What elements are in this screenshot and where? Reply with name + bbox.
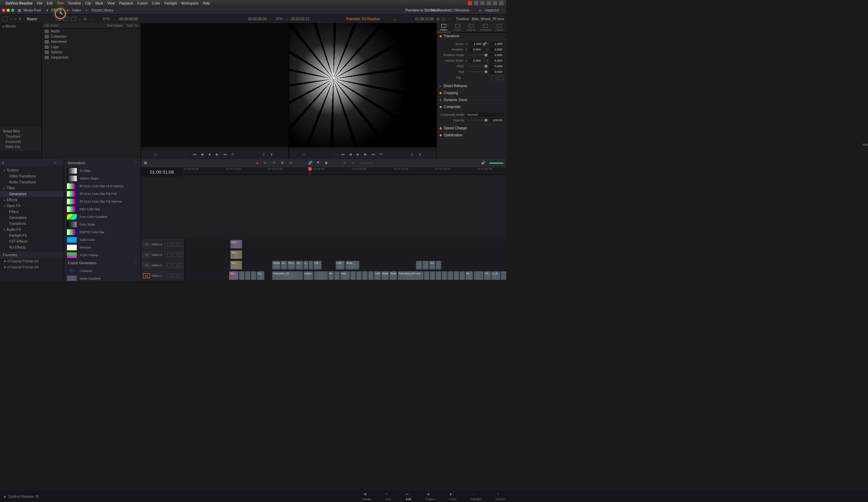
source-viewer-image[interactable] [141, 23, 289, 147]
generator-item[interactable]: BT.2111 Color Bar HLG Narrow [64, 182, 141, 190]
timeline-clip[interactable]: Soli... [230, 240, 242, 249]
timeline-clip[interactable] [436, 271, 441, 280]
track-content[interactable]: Soli... [185, 239, 506, 249]
generator-item[interactable]: Grey Scale [64, 221, 141, 228]
inspector-tab-audio[interactable]: Audio [451, 23, 465, 32]
timeline-clip[interactable] [442, 271, 447, 280]
smart-bin-item[interactable]: Keywords [1, 139, 40, 144]
menu-color[interactable]: Color [152, 1, 160, 5]
timeline-selector[interactable]: Premiere TO Resolve [346, 17, 380, 21]
timeline-clip[interactable] [350, 271, 356, 280]
record-viewer-image[interactable] [289, 23, 437, 147]
bin-row[interactable]: Logo [42, 44, 141, 50]
cropping-header[interactable]: Cropping [437, 90, 506, 97]
generator-item[interactable]: YCbCr Ramp [64, 251, 141, 259]
stop-icon[interactable]: ■ [357, 152, 361, 157]
menu-trim[interactable]: Trim [57, 1, 64, 5]
favorite-item[interactable]: mTutorial Pointer 04 [0, 264, 64, 270]
timeline-clip[interactable] [448, 271, 453, 280]
menu-view[interactable]: View [107, 1, 115, 5]
play-icon[interactable]: ▶ [216, 152, 221, 157]
timeline-clip[interactable] [430, 271, 435, 280]
auto-select-icon[interactable] [173, 242, 177, 246]
opacity-val[interactable]: 100.00 [489, 118, 503, 122]
smart-bin-item[interactable]: Timelines [1, 134, 40, 139]
effects-tree-item[interactable]: Filters [0, 209, 64, 215]
mark-out-icon[interactable]: ⏵ [270, 152, 275, 157]
timeline-clip[interactable]: Left... [374, 271, 381, 280]
generator-item[interactable]: Noise Gradient [64, 275, 141, 281]
timeline-clip[interactable]: Inte... [340, 271, 350, 280]
audio-meter-icon[interactable]: 🔊 [481, 161, 486, 166]
timeline-clip[interactable]: Interview_04 [272, 271, 303, 280]
opacity-slider[interactable] [468, 120, 487, 121]
timeline-clip[interactable]: Cy... [257, 271, 264, 280]
timeline-clip[interactable] [416, 261, 422, 269]
track-header[interactable]: V3Video 3 [141, 250, 185, 260]
nav-back-icon[interactable]: ‹ [10, 17, 12, 21]
generator-item[interactable]: EBU Color Bar [64, 205, 141, 213]
snap-icon[interactable]: ⎅ [344, 161, 349, 166]
timeline-clip[interactable]: SF_C... [484, 271, 491, 280]
timeline-timecode[interactable]: 01:00:31:08 [141, 167, 183, 176]
effects-tree-item[interactable]: Toolbox [0, 167, 64, 173]
record-scrubber[interactable] [289, 147, 437, 151]
timeline-clip[interactable] [245, 271, 250, 280]
col-starttc[interactable]: Start TC [125, 23, 140, 28]
index-toggle[interactable]: ≡Index [67, 8, 81, 13]
track-header[interactable]: V2Video 2 [141, 260, 185, 270]
link-icon[interactable]: 🔗 [308, 161, 313, 166]
mute-icon[interactable] [178, 253, 182, 257]
timeline-clip[interactable]: Sh... [295, 261, 303, 269]
track-header[interactable]: V1Video 1 [141, 271, 185, 281]
timeline-clip[interactable] [436, 261, 441, 269]
pitch-val[interactable]: 0.000 [489, 64, 503, 68]
options-icon[interactable]: ⋯ [448, 17, 451, 21]
playhead[interactable] [310, 167, 310, 175]
bin-row[interactable]: Interviews [42, 39, 141, 44]
bin-row[interactable]: Audio [42, 29, 141, 34]
compmode-select[interactable]: Normal [466, 113, 503, 117]
prev-edit-icon[interactable]: ◦ [185, 152, 190, 157]
inspector-tab-image[interactable]: Image [492, 23, 506, 32]
search-icon[interactable]: ⌕ [54, 160, 58, 165]
col-reelname[interactable]: Reel Name [105, 23, 125, 28]
inspector-tab-transition[interactable]: Transition [478, 23, 492, 32]
timeline-view-icon[interactable]: ▦ [144, 161, 149, 166]
zoom-icon[interactable]: ⌕ [352, 161, 357, 166]
auto-select-icon[interactable] [173, 274, 177, 278]
timeline-clip[interactable]: Left... [336, 261, 345, 269]
marker-icon[interactable]: ◆ [325, 161, 330, 166]
timeline-clip[interactable]: Tex... [230, 261, 242, 269]
timeline-clip[interactable]: Ar... [281, 261, 287, 269]
inspector-tab-effects[interactable]: Effects [465, 23, 479, 32]
timeline-clip[interactable]: Tex... [230, 250, 242, 259]
menu-timeline[interactable]: Timeline [68, 1, 81, 5]
generator-item[interactable]: 10 Step [64, 167, 141, 175]
pos-y[interactable]: 0.000 [490, 47, 503, 52]
zoom-x[interactable]: 1.000 [469, 42, 482, 46]
list-view-icon[interactable] [63, 17, 68, 21]
edit-icon[interactable]: ✎ [18, 17, 21, 21]
sort-icon[interactable]: ⇅ [84, 17, 87, 21]
tc-opts-icon2[interactable]: ▢ [442, 17, 445, 21]
transform-header[interactable]: Transform [437, 33, 506, 40]
menu-clip[interactable]: Clip [85, 1, 91, 5]
menu-file[interactable]: File [37, 1, 43, 5]
timeline-clip[interactable] [501, 271, 506, 280]
effects-tree-item[interactable]: Generators [0, 191, 64, 197]
menu-playback[interactable]: Playback [119, 1, 133, 5]
lock-icon[interactable] [167, 263, 171, 267]
yaw-slider[interactable] [468, 71, 487, 72]
bin-row[interactable]: Cutaways [42, 34, 141, 39]
generator-item[interactable]: BT.2111 Color Bar PQ Narrow [64, 198, 141, 205]
source-zoom[interactable]: 37% [103, 17, 110, 21]
track-header[interactable]: V4Video 4 [141, 239, 185, 249]
timeline-clip[interactable] [239, 271, 245, 280]
timeline-clip[interactable]: ... [309, 261, 313, 269]
options-icon[interactable]: ⋯ [89, 17, 93, 21]
lock-icon[interactable] [167, 242, 171, 246]
timeline-clip[interactable]: Ad... [429, 261, 435, 269]
generator-item[interactable]: Window [64, 244, 141, 251]
track-content[interactable]: Tex... [185, 250, 506, 260]
